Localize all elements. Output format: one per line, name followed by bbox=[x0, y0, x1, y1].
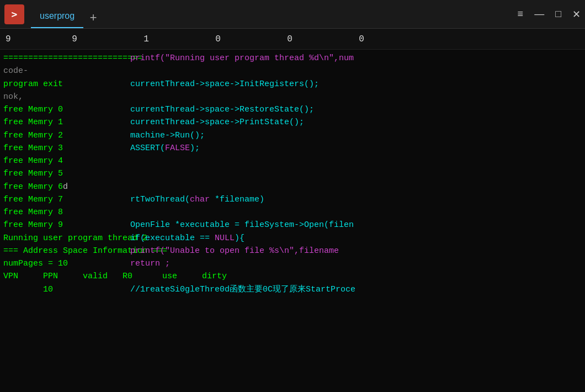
tab-label: userprog bbox=[40, 11, 75, 21]
output-last-right: //1reateSi0gleThre0d函数主要0C现了原来StartProce bbox=[130, 283, 582, 296]
output-left: free Memry 2 bbox=[3, 129, 130, 142]
terminal-line-numpages: numPages = 10 return ; bbox=[3, 257, 582, 270]
menu-icon[interactable]: ≡ bbox=[518, 8, 524, 20]
terminal-line: free Memry 9 OpenFile *executable = file… bbox=[3, 219, 582, 231]
output-left: free Memry 3 bbox=[3, 142, 130, 155]
output-left: free Memry 9 bbox=[3, 219, 130, 231]
tab-num-2: 9 bbox=[39, 34, 110, 44]
tab-num-3: 1 bbox=[110, 34, 182, 44]
terminal-line: nok, bbox=[3, 91, 582, 103]
output-right: machine->Run(); bbox=[130, 129, 582, 142]
output-left: free Memry 4 bbox=[3, 155, 130, 167]
output-vpn: VPN PPN valid R0 use dirty bbox=[3, 270, 130, 283]
add-tab-button[interactable]: + bbox=[83, 8, 103, 28]
window-controls: ≡ — □ ✕ bbox=[518, 8, 581, 20]
tab-userprog[interactable]: userprog bbox=[31, 5, 83, 28]
output-right: return ; bbox=[130, 257, 582, 270]
terminal-line-last: 10 //1reateSi0gleThre0d函数主要0C现了原来StartPr… bbox=[3, 283, 582, 296]
output-left: nok, bbox=[3, 91, 130, 103]
terminal-body[interactable]: ============================ printf("Run… bbox=[0, 50, 585, 392]
terminal-line: code- bbox=[3, 65, 582, 77]
terminal-app-icon bbox=[4, 4, 24, 24]
tab-num-4: 0 bbox=[182, 34, 254, 44]
terminal-line: free Memry 4 bbox=[3, 155, 582, 167]
tab-num-6: 0 bbox=[326, 34, 397, 44]
output-right: ASSERT(FALSE); bbox=[130, 142, 582, 155]
terminal-line-vpn: VPN PPN valid R0 use dirty bbox=[3, 270, 582, 283]
output-right: currentThread->space->InitRegisters(); bbox=[130, 78, 582, 91]
terminal-line: free Memry 6d bbox=[3, 181, 582, 193]
terminal-line: free Memry 7 rtTwoThread(char *filename) bbox=[3, 193, 582, 206]
close-button[interactable]: ✕ bbox=[572, 8, 581, 20]
output-left: free Memry 5 bbox=[3, 167, 130, 180]
terminal-line: free Memry 5 bbox=[3, 167, 582, 180]
output-last-left: 10 bbox=[3, 283, 130, 296]
terminal-line: free Memry 8 bbox=[3, 206, 582, 219]
output-left: code- bbox=[3, 65, 130, 77]
output-running: Running user program thread 2 bbox=[3, 232, 130, 245]
terminal-line: free Memry 3 ASSERT(FALSE); bbox=[3, 142, 582, 155]
tab-numbers-row: 9 9 1 0 0 0 bbox=[0, 29, 585, 50]
output-left: free Memry 1 bbox=[3, 116, 130, 129]
output-right: printf("Unable to open file %s\n",filena… bbox=[130, 245, 582, 257]
output-numpages: numPages = 10 bbox=[3, 257, 130, 270]
output-right: rtTwoThread(char *filename) bbox=[130, 193, 582, 206]
output-left: free Memry 7 bbox=[3, 193, 130, 206]
output-left: free Memry 0 bbox=[3, 103, 130, 116]
terminal-line: free Memry 1 currentThread->space->Print… bbox=[3, 116, 582, 129]
terminal-line-running: Running user program thread 2 if(executa… bbox=[3, 232, 582, 245]
output-left: free Memry 8 bbox=[3, 206, 130, 219]
output-right: printf("Running user program thread %d\n… bbox=[130, 52, 582, 65]
tab-num-5: 0 bbox=[254, 34, 326, 44]
output-right: if(executable == NULL){ bbox=[130, 232, 582, 245]
output-right: OpenFile *executable = fileSystem->Open(… bbox=[130, 219, 582, 231]
titlebar: userprog + ≡ — □ ✕ bbox=[0, 0, 585, 29]
terminal-line-address-space: === Address Space Information === printf… bbox=[3, 245, 582, 257]
maximize-button[interactable]: □ bbox=[555, 8, 561, 20]
output-address-space: === Address Space Information === bbox=[3, 245, 130, 257]
output-right: currentThread->space->RestoreState(); bbox=[130, 103, 582, 116]
output-left: free Memry 6d bbox=[3, 181, 130, 193]
output-right: currentThread->space->PrintState(); bbox=[130, 116, 582, 129]
terminal-line: ============================ printf("Run… bbox=[3, 52, 582, 65]
terminal-line: free Memry 0 currentThread->space->Resto… bbox=[3, 103, 582, 116]
minimize-button[interactable]: — bbox=[534, 8, 544, 20]
terminal-line: program exit currentThread->space->InitR… bbox=[3, 78, 582, 91]
output-left: program exit bbox=[3, 78, 130, 91]
output-left: ============================ bbox=[3, 52, 130, 65]
tab-bar: userprog + bbox=[31, 0, 518, 28]
terminal-line: free Memry 2 machine->Run(); bbox=[3, 129, 582, 142]
tab-num-1: 9 bbox=[6, 34, 39, 44]
